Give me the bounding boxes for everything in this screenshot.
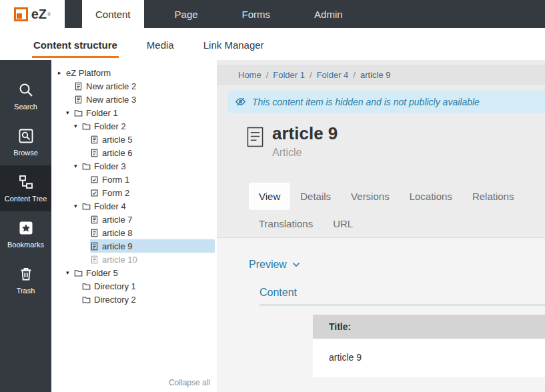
tab-versions[interactable]: Versions — [341, 183, 400, 210]
tab-details[interactable]: Details — [290, 183, 341, 210]
nav-item-content-structure[interactable]: Content structure — [32, 31, 119, 58]
tree-item-content: Folder 5 — [74, 266, 215, 279]
content-tab-bar: ViewDetailsVersionsLocationsRelationsTra… — [249, 183, 540, 237]
tree-item-content: article 10 — [90, 253, 215, 266]
tree-item-folder-1[interactable]: ▾Folder 1 — [51, 106, 217, 119]
top-tab-admin[interactable]: Admin — [301, 0, 356, 28]
article-icon — [90, 135, 99, 144]
tree-item-directory-2[interactable]: Directory 2 — [51, 293, 217, 306]
tree-item-label: Folder 1 — [86, 108, 118, 118]
top-tab-page[interactable]: Page — [161, 0, 211, 28]
sidebar-item-content-tree[interactable]: Content Tree — [0, 165, 51, 211]
sidebar-item-label: Bookmarks — [7, 241, 44, 249]
tree-item-content: article 5 — [90, 133, 215, 146]
tree-item-article-10[interactable]: article 10 — [51, 253, 217, 266]
breadcrumb-current: article 9 — [360, 70, 391, 80]
tree-item-label: article 8 — [102, 228, 133, 238]
tree-item-label: article 10 — [102, 255, 137, 265]
tree-item-label: article 6 — [102, 148, 133, 158]
breadcrumb-link-folder-1[interactable]: Folder 1 — [273, 70, 305, 80]
chevron-right-icon[interactable]: ▸ — [58, 70, 66, 76]
section-heading: Content — [259, 287, 545, 305]
article-icon — [90, 215, 99, 224]
article-icon — [90, 229, 99, 237]
chevron-down-icon[interactable]: ▾ — [66, 110, 74, 116]
breadcrumb-separator: / — [266, 70, 269, 80]
folder-icon — [82, 162, 91, 171]
tree-item-label: article 5 — [102, 135, 133, 145]
collapse-all-button[interactable]: Collapse all — [169, 378, 210, 387]
article-icon — [74, 95, 83, 104]
tree-item-ez-platform[interactable]: ▸eZ Platform — [51, 66, 217, 79]
tree-item-content: Folder 4 — [82, 199, 215, 213]
folder-icon — [82, 282, 91, 291]
tab-translations[interactable]: Translations — [249, 210, 323, 237]
breadcrumb-separator: / — [353, 70, 356, 80]
tab-relations[interactable]: Relations — [462, 183, 524, 210]
tab-url[interactable]: URL — [323, 210, 363, 237]
top-tab-forms[interactable]: Forms — [229, 0, 284, 28]
sidebar-item-bookmarks[interactable]: Bookmarks — [0, 211, 51, 257]
tree-item-content: Form 2 — [90, 186, 215, 199]
top-tab-content[interactable]: Content — [82, 0, 144, 28]
sidebar-item-browse[interactable]: Browse — [0, 119, 51, 165]
tree-item-content: New article 3 — [74, 93, 215, 106]
folder-icon — [74, 269, 83, 277]
tree-item-folder-3[interactable]: ▾Folder 3 — [51, 159, 217, 173]
form-icon — [90, 175, 99, 184]
sidebar-item-search[interactable]: Search — [0, 73, 51, 119]
breadcrumb-link-folder-4[interactable]: Folder 4 — [317, 70, 349, 80]
tree-item-content: article 9 — [90, 239, 215, 253]
chevron-down-icon[interactable]: ▾ — [74, 123, 82, 129]
tree-item-form-1[interactable]: Form 1 — [51, 173, 217, 186]
article-icon — [247, 124, 263, 159]
field-table: Title:article 9 — [313, 315, 545, 377]
page-title: article 9 — [272, 124, 338, 143]
tree-item-new-article-3[interactable]: New article 3 — [51, 93, 217, 106]
form-icon — [90, 189, 99, 197]
sidebar-item-trash[interactable]: Trash — [0, 257, 51, 303]
chevron-down-icon[interactable]: ▾ — [74, 163, 82, 169]
tree-item-folder-2[interactable]: ▾Folder 2 — [51, 119, 217, 133]
nav-item-media[interactable]: Media — [145, 31, 175, 58]
tree-item-content: New article 2 — [74, 79, 215, 93]
content-tree-icon — [18, 174, 34, 190]
chevron-down-icon[interactable]: ▾ — [66, 270, 74, 276]
breadcrumb-separator: / — [310, 70, 312, 80]
tree-item-new-article-2[interactable]: New article 2 — [51, 79, 217, 93]
tree-item-label: article 9 — [102, 241, 133, 251]
tree-item-folder-4[interactable]: ▾Folder 4 — [51, 199, 217, 213]
tree-item-form-2[interactable]: Form 2 — [51, 186, 217, 199]
top-bar: eZ ® ContentPageFormsAdmin — [0, 0, 545, 28]
left-sidebar: SearchBrowseContent TreeBookmarksTrash — [0, 60, 51, 392]
tree-item-article-9[interactable]: article 9 — [51, 239, 217, 253]
article-icon — [90, 242, 99, 251]
tree-item-content: Directory 1 — [82, 279, 215, 293]
tree-item-article-8[interactable]: article 8 — [51, 226, 217, 239]
tree-item-article-7[interactable]: article 7 — [51, 213, 217, 226]
ez-logo-text: eZ — [31, 7, 47, 21]
alert-text: This content item is hidden and is not p… — [252, 97, 480, 107]
tree-item-directory-1[interactable]: Directory 1 — [51, 279, 217, 293]
content-tree: ▸eZ PlatformNew article 2New article 3▾F… — [51, 66, 217, 306]
folder-icon — [82, 202, 91, 211]
preview-toggle[interactable]: Preview — [249, 259, 545, 271]
tab-view[interactable]: View — [249, 183, 290, 210]
tab-locations[interactable]: Locations — [400, 183, 462, 210]
folder-icon — [82, 295, 91, 304]
top-tab-bar: ContentPageFormsAdmin — [82, 0, 356, 28]
tree-item-folder-5[interactable]: ▾Folder 5 — [51, 266, 217, 279]
ez-logo[interactable]: eZ ® — [0, 0, 65, 28]
folder-icon — [82, 122, 91, 131]
tree-item-label: Form 2 — [102, 188, 129, 198]
chevron-down-icon[interactable]: ▾ — [74, 203, 82, 209]
tree-item-label: eZ Platform — [66, 68, 111, 78]
nav-item-link-manager[interactable]: Link Manager — [202, 31, 265, 58]
content-section: Content Title:article 9 — [259, 287, 545, 377]
sidebar-item-label: Browse — [13, 149, 38, 157]
tree-item-label: New article 2 — [86, 81, 136, 91]
tree-item-article-6[interactable]: article 6 — [51, 146, 217, 159]
breadcrumb-link-home[interactable]: Home — [238, 70, 261, 80]
tree-item-article-5[interactable]: article 5 — [51, 133, 217, 146]
tree-item-label: Folder 4 — [94, 201, 126, 211]
